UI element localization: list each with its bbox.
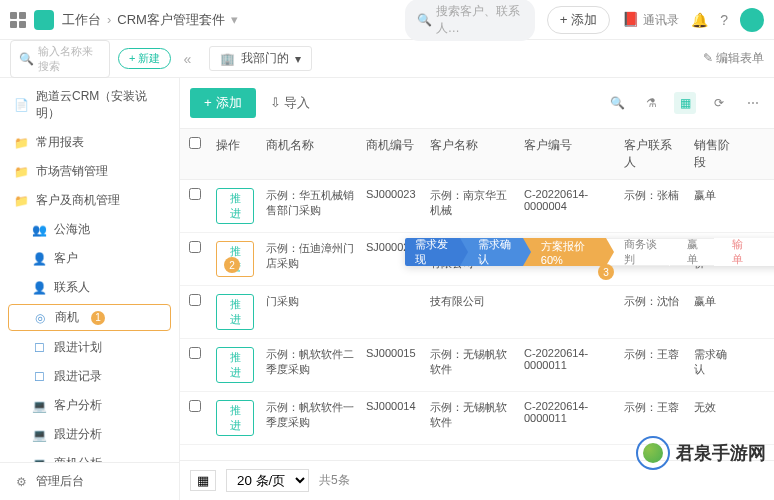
cell-ccode: C-20220614-0000004 <box>518 180 618 220</box>
sidebar-item-3[interactable]: 📁客户及商机管理 <box>0 186 179 215</box>
th-op: 操作 <box>210 129 260 179</box>
search-icon: 🔍 <box>19 52 34 66</box>
advance-button[interactable]: 推进 <box>216 347 254 383</box>
stage-0[interactable]: 需求发现 <box>405 238 460 266</box>
cell-stage: 赢单 <box>688 286 738 317</box>
cell-code: SJ000014 <box>360 392 424 420</box>
edit-form-link[interactable]: ✎ 编辑表单 <box>703 50 764 67</box>
cell-name: 示例：华五机械销售部门采购 <box>260 180 360 226</box>
view-icon[interactable]: ▦ <box>674 92 696 114</box>
sidebar-icon: 📁 <box>14 194 28 208</box>
sidebar-item-5[interactable]: 👤客户 <box>0 244 179 273</box>
sidebar-item-1[interactable]: 📁常用报表 <box>0 128 179 157</box>
new-button[interactable]: + 新建 <box>118 48 171 69</box>
stage-pipeline: 需求发现需求确认方案报价 60%商务谈判赢单输单无效 <box>405 238 774 266</box>
cell-ccode: C-20220614-0000011 <box>518 339 618 379</box>
stage-1[interactable]: 需求确认 <box>460 238 523 266</box>
chevron-right-icon: › <box>107 12 111 27</box>
cell-contact: 示例：王蓉 <box>618 392 688 423</box>
sidebar-icon: 💻 <box>32 399 46 413</box>
sidebar-item-11[interactable]: 💻跟进分析 <box>0 420 179 449</box>
contacts-link[interactable]: 📕 通讯录 <box>622 11 679 29</box>
sidebar-icon: ☐ <box>32 341 46 355</box>
row-checkbox[interactable] <box>189 400 201 412</box>
row-checkbox[interactable] <box>189 241 201 253</box>
import-button[interactable]: ⇩ 导入 <box>270 94 311 112</box>
row-checkbox[interactable] <box>189 294 201 306</box>
grid-toggle[interactable]: ▦ <box>190 470 216 491</box>
cell-code: SJ000015 <box>360 339 424 367</box>
advance-button[interactable]: 推进 <box>216 188 254 224</box>
row-checkbox[interactable] <box>189 347 201 359</box>
apps-grid-icon[interactable] <box>10 12 26 28</box>
gear-icon: ⚙ <box>14 475 28 489</box>
avatar[interactable] <box>740 8 764 32</box>
th-name: 商机名称 <box>260 129 360 179</box>
dept-select[interactable]: 🏢 我部门的 ▾ <box>209 46 312 71</box>
table-header: 操作 商机名称 商机编号 客户名称 客户编号 客户联系人 销售阶段 <box>180 128 774 180</box>
row-checkbox[interactable] <box>189 188 201 200</box>
cell-name: 门采购 <box>260 286 360 317</box>
cell-contact: 示例：王蓉 <box>618 339 688 370</box>
admin-link[interactable]: ⚙ 管理后台 <box>0 467 179 496</box>
th-contact: 客户联系人 <box>618 129 688 179</box>
cell-code: SJ000023 <box>360 180 424 208</box>
bc-suite[interactable]: CRM客户管理套件 <box>117 11 225 29</box>
cell-name: 示例：帆软软件二季度采购 <box>260 339 360 385</box>
stage-6[interactable]: 无效 <box>760 238 774 266</box>
cell-code <box>360 286 424 302</box>
select-all-checkbox[interactable] <box>189 137 201 149</box>
cell-name: 示例：帆软软件一季度采购 <box>260 392 360 438</box>
sidebar-item-7[interactable]: ◎商机1 <box>8 304 171 331</box>
filter-icon[interactable]: ⚗ <box>640 92 662 114</box>
chevron-down-icon: ▾ <box>295 52 301 66</box>
search-icon[interactable]: 🔍 <box>606 92 628 114</box>
sidebar-item-10[interactable]: 💻客户分析 <box>0 391 179 420</box>
table-row[interactable]: 推进门采购技有限公司示例：沈怡赢单 <box>180 286 774 339</box>
add-button[interactable]: + 添加 <box>190 88 256 118</box>
sidebar-icon: ☐ <box>32 370 46 384</box>
dropdown-icon[interactable]: ▾ <box>231 12 238 27</box>
collapse-icon[interactable]: « <box>183 51 191 67</box>
table-row[interactable]: 推进示例：帆软软件二季度采购SJ000015示例：无锡帆软软件C-2022061… <box>180 339 774 392</box>
advance-button[interactable]: 推进 <box>216 400 254 436</box>
sidebar-item-0[interactable]: 📄跑道云CRM（安装说明） <box>0 82 179 128</box>
top-add-button[interactable]: + 添加 <box>547 6 611 34</box>
cell-cust: 示例：无锡帆软软件 <box>424 339 518 385</box>
bc-workspace[interactable]: 工作台 <box>62 11 101 29</box>
sidebar-item-9[interactable]: ☐跟进记录 <box>0 362 179 391</box>
sidebar-item-8[interactable]: ☐跟进计划 <box>0 333 179 362</box>
cell-stage: 需求确认 <box>688 339 738 385</box>
sidebar-icon: ◎ <box>33 311 47 325</box>
global-search[interactable]: 🔍 搜索客户、联系人… <box>405 0 535 41</box>
sidebar: 📄跑道云CRM（安装说明）📁常用报表📁市场营销管理📁客户及商机管理👥公海池👤客户… <box>0 78 180 500</box>
help-icon[interactable]: ? <box>720 12 728 28</box>
refresh-icon[interactable]: ⟳ <box>708 92 730 114</box>
table-row[interactable]: 推进示例：华五机械销售部门采购SJ000023示例：南京华五机械C-202206… <box>180 180 774 233</box>
sidebar-item-2[interactable]: 📁市场营销管理 <box>0 157 179 186</box>
callout-badge: 1 <box>91 311 105 325</box>
callout-badge-2: 2 <box>224 257 240 273</box>
bell-icon[interactable]: 🔔 <box>691 12 708 28</box>
sidebar-search[interactable]: 🔍 输入名称来搜索 <box>10 40 110 78</box>
watermark: 君泉手游网 <box>636 436 766 470</box>
advance-button[interactable]: 推进 <box>216 294 254 330</box>
pager-total: 共5条 <box>319 472 350 489</box>
search-icon: 🔍 <box>417 13 432 27</box>
sidebar-item-6[interactable]: 👤联系人 <box>0 273 179 302</box>
sidebar-icon: 💻 <box>32 428 46 442</box>
cell-contact: 示例：沈怡 <box>618 286 688 317</box>
sidebar-icon: 👤 <box>32 252 46 266</box>
callout-badge-3: 3 <box>598 264 614 280</box>
sidebar-item-4[interactable]: 👥公海池 <box>0 215 179 244</box>
app-logo <box>34 10 54 30</box>
cell-stage: 无效 <box>688 392 738 423</box>
org-icon: 🏢 <box>220 52 235 66</box>
search-placeholder: 搜索客户、联系人… <box>436 3 523 37</box>
th-ccode: 客户编号 <box>518 129 618 179</box>
stage-3[interactable]: 商务谈判 <box>606 238 669 266</box>
sidebar-icon: 👤 <box>32 281 46 295</box>
stage-2[interactable]: 方案报价 60% <box>523 238 606 266</box>
page-size-select[interactable]: 20 条/页 <box>226 469 309 492</box>
more-icon[interactable]: ⋯ <box>742 92 764 114</box>
